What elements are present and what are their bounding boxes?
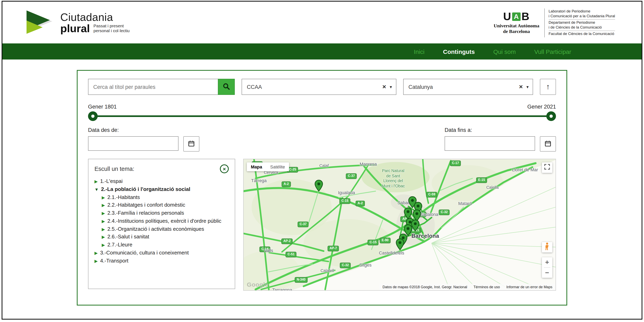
slider-track[interactable] <box>92 115 552 117</box>
road-badge-c-37: C-37 <box>298 222 309 227</box>
topic-item[interactable]: ▼2.-La població i l'organització social <box>94 185 229 193</box>
chevron-down-icon[interactable]: ▾ <box>526 84 529 90</box>
expand-triangle-icon[interactable]: ▶ <box>102 211 105 216</box>
map-data-credit: Datos de mapas ©2018 Google, Inst. Geogr… <box>382 285 467 289</box>
slider-handle-end[interactable] <box>546 111 556 121</box>
date-to-group: Data fins a: <box>444 127 556 152</box>
search-group <box>88 79 235 95</box>
uab-letter-u: U <box>503 11 512 22</box>
date-to-input[interactable] <box>444 136 535 151</box>
topic-label: 2.4.-Institucions polítiques, exèrcit i … <box>107 218 221 224</box>
topic-label: 1.-L'espai <box>100 178 122 184</box>
road-badge-n-340: N-340 <box>295 277 308 282</box>
brand[interactable]: Ciutadania plural Passat i present perso… <box>24 10 130 36</box>
topic-item[interactable]: ▶3.-Comunicació, cultura i coneixement <box>94 249 229 257</box>
road-badge-c-17: C-17 <box>450 160 461 166</box>
place-label: Manresa <box>360 162 377 166</box>
topic-label: 2.2.-Habitatges i confort domèstic <box>107 202 185 208</box>
slider-handle-start[interactable] <box>88 111 98 121</box>
pegman-button[interactable] <box>542 242 552 252</box>
road-badge-e-15: E-15 <box>476 177 487 183</box>
nav-item-continguts[interactable]: Continguts <box>443 48 475 55</box>
topic-item[interactable]: ▶2.3.-Família i relacions personals <box>94 209 229 217</box>
collapse-up-button[interactable]: ↑ <box>540 79 556 95</box>
ccaa-dropdown[interactable]: CCAA × ▾ <box>242 79 396 95</box>
fullscreen-button[interactable] <box>542 162 552 173</box>
place-label: Barcelona <box>412 233 439 239</box>
map-marker[interactable] <box>314 180 323 192</box>
fullscreen-icon <box>544 164 550 171</box>
slider-end-label: Gener 2021 <box>527 104 556 110</box>
uab-affiliation-line: i de Ciències de la Comunicació <box>548 25 615 30</box>
search-input[interactable] <box>88 79 218 95</box>
topic-label: 4.-Transport <box>100 258 128 264</box>
nav-item-inici[interactable]: Inici <box>414 48 424 55</box>
topics-list: ▶1.-L'espai▼2.-La població i l'organitza… <box>94 177 229 265</box>
expand-triangle-icon[interactable]: ▶ <box>102 219 105 224</box>
expand-triangle-icon[interactable]: ▶ <box>94 250 98 255</box>
uab-block: U A B Universitat Autònoma de Barcelona … <box>494 8 615 38</box>
uab-logo[interactable]: U A B Universitat Autònoma de Barcelona <box>494 11 539 34</box>
expand-triangle-icon[interactable]: ▶ <box>102 226 105 231</box>
brand-subtitle-line2: personal i col·lectiu <box>94 28 130 33</box>
date-from-calendar-button[interactable] <box>183 136 200 152</box>
report-error-link[interactable]: Informar de un error de Maps <box>506 285 552 289</box>
map-overlays: C-14C-25A-2C-37C-17E-15C-59C-15A-2C-58AP… <box>244 159 556 290</box>
topic-item[interactable]: ▶2.7.-Lleure <box>94 241 229 249</box>
clear-topics-button[interactable]: × <box>220 164 229 173</box>
place-label: Parc Natural de Sant Llorenç del Munt i … <box>382 168 405 188</box>
google-logo[interactable]: Google <box>247 281 268 288</box>
chevron-down-icon[interactable]: ▾ <box>390 84 392 90</box>
up-arrow-icon: ↑ <box>546 82 550 91</box>
date-to-calendar-button[interactable] <box>540 136 556 152</box>
nav-item-qui-som[interactable]: Qui som <box>493 48 516 55</box>
expand-triangle-icon[interactable]: ▶ <box>102 242 105 247</box>
topic-item[interactable]: ▶2.5.-Organització i activitats econòmiq… <box>94 225 229 233</box>
header: Ciutadania plural Passat i present perso… <box>2 2 642 44</box>
road-badge-e-90: E-90 <box>380 238 390 243</box>
region-clear-icon[interactable]: × <box>519 84 523 90</box>
place-label: Lloret de Mar <box>512 167 538 172</box>
topic-item[interactable]: ▶4.-Transport <box>94 257 229 265</box>
map-type-mapa[interactable]: Mapa <box>247 162 266 171</box>
zoom-control: + − <box>542 257 552 278</box>
expand-triangle-icon[interactable]: ▶ <box>102 195 105 200</box>
collapse-triangle-icon[interactable]: ▼ <box>94 187 99 192</box>
region-dropdown[interactable]: Catalunya × ▾ <box>403 79 533 95</box>
map-panel[interactable]: C-14C-25A-2C-37C-17E-15C-59C-15A-2C-58AP… <box>243 159 556 291</box>
place-label: Calella <box>486 185 498 190</box>
map-type-control: MapaSatélite <box>247 162 289 171</box>
uab-name-line1: Universitat Autònoma <box>494 23 539 29</box>
uab-affiliation-group: Laboratori de Periodismei Comunicació pe… <box>548 8 615 19</box>
topic-item[interactable]: ▶1.-L'espai <box>94 177 229 185</box>
place-label: Calafell <box>320 268 334 273</box>
map-marker[interactable] <box>396 238 404 250</box>
map-marker[interactable] <box>404 208 412 220</box>
search-button[interactable] <box>218 79 235 95</box>
expand-triangle-icon[interactable]: ▶ <box>94 179 98 184</box>
topic-item[interactable]: ▶2.1.-Habitants <box>94 193 229 201</box>
pegman-icon <box>545 242 550 252</box>
filters-row: CCAA × ▾ Catalunya × ▾ ↑ <box>88 79 556 95</box>
nav-item-vull-participar[interactable]: Vull Participar <box>534 48 571 55</box>
year-range-slider[interactable] <box>88 111 556 122</box>
expand-triangle-icon[interactable]: ▶ <box>94 258 98 263</box>
expand-triangle-icon[interactable]: ▶ <box>102 203 105 208</box>
topic-item[interactable]: ▶2.6.-Salut i sanitat <box>94 233 229 241</box>
zoom-in-button[interactable]: + <box>542 257 552 267</box>
topic-label: 2.6.-Salut i sanitat <box>107 234 149 240</box>
map-type-satélite[interactable]: Satélite <box>266 162 289 171</box>
map-attribution: Datos de mapas ©2018 Google, Inst. Geogr… <box>379 284 556 290</box>
date-from-group: Data des de: <box>88 127 200 152</box>
date-from-label: Data des de: <box>88 127 200 133</box>
zoom-out-button[interactable]: − <box>542 268 552 278</box>
topic-label: 2.-La població i l'organització social <box>101 186 190 192</box>
expand-triangle-icon[interactable]: ▶ <box>102 234 105 240</box>
topic-item[interactable]: ▶2.2.-Habitatges i confort domèstic <box>94 201 229 209</box>
date-from-input[interactable] <box>88 136 178 151</box>
uab-letter-a: A <box>512 12 521 21</box>
road-badge-ap-7: AP-7 <box>328 246 339 251</box>
terms-link[interactable]: Términos de uso <box>474 285 500 289</box>
ccaa-clear-icon[interactable]: × <box>382 84 386 90</box>
topic-item[interactable]: ▶2.4.-Institucions polítiques, exèrcit i… <box>94 217 229 225</box>
